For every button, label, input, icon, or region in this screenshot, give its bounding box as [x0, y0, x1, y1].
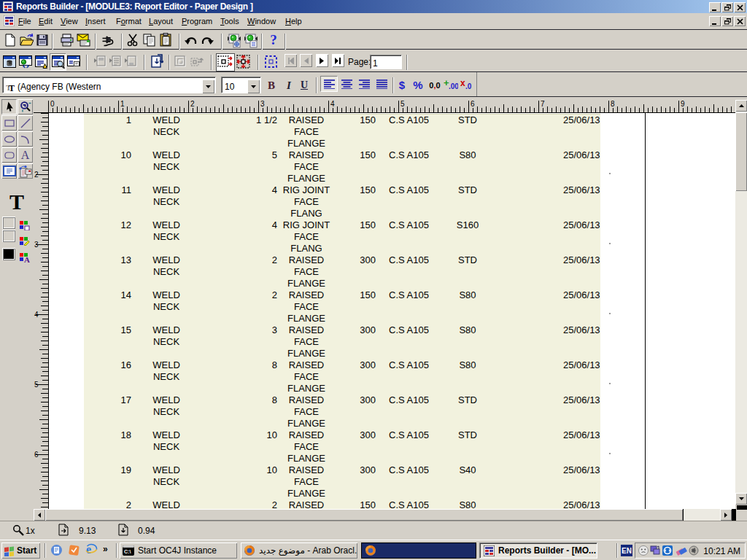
- svg-text:C:\: C:\: [124, 549, 131, 554]
- svg-text:T: T: [9, 83, 15, 92]
- svg-text:9: 9: [681, 100, 685, 108]
- svg-text:2: 2: [190, 100, 195, 108]
- svg-text:.00: .00: [449, 82, 458, 90]
- svg-text:4: 4: [34, 311, 39, 319]
- svg-text:8: 8: [611, 100, 615, 108]
- svg-text:7: 7: [541, 100, 545, 108]
- svg-text:1: 1: [120, 100, 125, 108]
- svg-text:.0: .0: [465, 82, 472, 90]
- svg-text:3: 3: [260, 100, 265, 108]
- svg-text:3: 3: [34, 241, 39, 249]
- svg-text:4: 4: [330, 100, 335, 108]
- svg-text:A: A: [24, 255, 30, 262]
- svg-text:0: 0: [50, 100, 55, 108]
- svg-text:5: 5: [400, 100, 405, 108]
- svg-text:2: 2: [34, 171, 39, 179]
- svg-text:6: 6: [34, 451, 39, 459]
- svg-text:5: 5: [34, 381, 39, 389]
- svg-text:x: x: [460, 79, 465, 88]
- svg-text:6: 6: [471, 100, 475, 108]
